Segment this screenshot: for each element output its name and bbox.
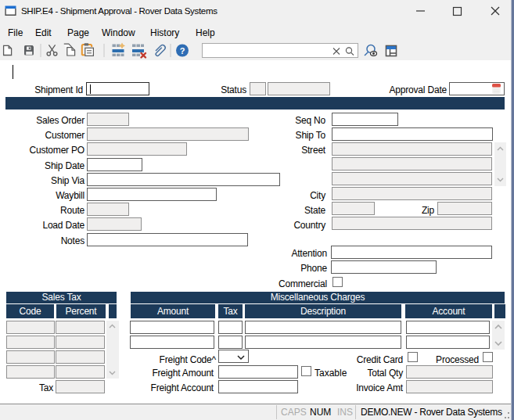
svg-text:?: ? bbox=[180, 46, 185, 56]
